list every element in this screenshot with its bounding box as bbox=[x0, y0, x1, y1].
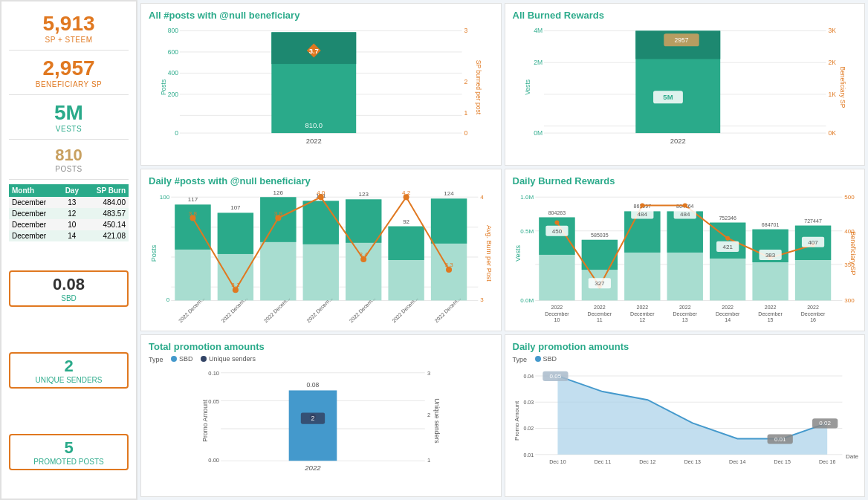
bottom-stats: 0.08 SBD 2 Unique Senders 5 Promoted pos… bbox=[9, 244, 129, 493]
svg-text:16: 16 bbox=[810, 317, 816, 322]
beneficiary-sp-block: 2,957 Beneficiary SP bbox=[9, 52, 129, 93]
svg-text:2022: 2022 bbox=[670, 137, 685, 145]
daily-null-posts-chart: Daily #posts with @null beneficiary Post… bbox=[140, 169, 502, 331]
svg-text:484: 484 bbox=[637, 211, 647, 218]
svg-text:0K: 0K bbox=[828, 129, 836, 137]
svg-text:484: 484 bbox=[680, 211, 690, 218]
svg-text:December: December bbox=[715, 311, 739, 316]
svg-text:4M: 4M bbox=[534, 27, 542, 34]
svg-text:300: 300 bbox=[844, 297, 855, 304]
unique-senders-label: Unique Senders bbox=[10, 376, 127, 384]
svg-text:Dec 13: Dec 13 bbox=[684, 459, 700, 464]
svg-text:10: 10 bbox=[554, 317, 560, 322]
col-month: Month bbox=[9, 184, 59, 197]
svg-text:400: 400 bbox=[168, 69, 178, 77]
svg-text:3.4: 3.4 bbox=[360, 251, 369, 258]
svg-text:117: 117 bbox=[188, 196, 198, 203]
svg-text:500: 500 bbox=[844, 194, 855, 201]
svg-text:2K: 2K bbox=[828, 59, 836, 66]
sp-steem-label: SP + STEEM bbox=[9, 36, 129, 44]
sp-burned-value: 3.7 bbox=[309, 47, 319, 55]
burned-rewards-title: All Burned Rewards bbox=[513, 10, 858, 21]
svg-text:2: 2 bbox=[464, 78, 467, 85]
svg-text:1.0M: 1.0M bbox=[520, 194, 534, 201]
svg-text:684701: 684701 bbox=[761, 222, 779, 227]
svg-text:327: 327 bbox=[595, 280, 605, 287]
svg-text:3.8: 3.8 bbox=[274, 210, 283, 217]
daily-null-posts-svg: Posts Avg. Burn per Post 100 0 4 3 bbox=[149, 189, 493, 321]
svg-text:Posts: Posts bbox=[150, 244, 158, 262]
beneficiary-sp-value: 2,957 bbox=[9, 56, 129, 80]
svg-text:383: 383 bbox=[765, 252, 775, 259]
sp-steem-block: 5,913 SP + STEEM bbox=[9, 7, 129, 48]
col-sp: SP Burn bbox=[84, 184, 129, 197]
svg-rect-57 bbox=[303, 201, 339, 244]
unique-senders-block: 2 Unique Senders bbox=[9, 352, 129, 389]
svg-text:3.3: 3.3 bbox=[444, 262, 453, 268]
table-row: December13484.00 bbox=[9, 197, 129, 208]
svg-text:12: 12 bbox=[639, 317, 645, 322]
promoted-posts-value: 5 bbox=[10, 438, 127, 458]
total-promo-title: Total promotion amounts bbox=[149, 341, 493, 352]
table-row: December14421.08 bbox=[9, 230, 129, 241]
left-panel: 5,913 SP + STEEM 2,957 Beneficiary SP 5M… bbox=[0, 0, 137, 500]
promoted-posts-block: 5 Promoted posts bbox=[9, 434, 129, 470]
svg-text:Vests: Vests bbox=[523, 79, 531, 95]
svg-text:14: 14 bbox=[725, 317, 731, 322]
svg-text:0.02: 0.02 bbox=[819, 420, 831, 426]
svg-text:0: 0 bbox=[166, 296, 170, 303]
svg-text:Beneficiary SP: Beneficiary SP bbox=[838, 66, 846, 108]
posts-y-label: Posts bbox=[160, 79, 167, 95]
svg-text:350: 350 bbox=[844, 262, 855, 268]
svg-text:3.1: 3.1 bbox=[231, 282, 240, 288]
svg-text:2022: 2022 bbox=[722, 305, 733, 310]
svg-text:107: 107 bbox=[230, 204, 241, 211]
svg-text:Promo Amount: Promo Amount bbox=[514, 400, 520, 441]
sbd-label: SBD bbox=[10, 294, 127, 302]
svg-rect-106 bbox=[581, 240, 617, 270]
svg-text:Date: Date bbox=[845, 453, 858, 460]
svg-text:4.0: 4.0 bbox=[317, 189, 326, 196]
sbd-value: 0.08 bbox=[10, 275, 127, 294]
svg-point-127 bbox=[725, 236, 730, 241]
table-row: December12483.57 bbox=[9, 208, 129, 219]
daily-promo-svg: Promo Amount Date 0.04 0.03 0.02 0.01 0.… bbox=[513, 365, 858, 477]
svg-text:0.01: 0.01 bbox=[774, 436, 786, 443]
svg-text:3: 3 bbox=[427, 370, 430, 377]
svg-text:0M: 0M bbox=[534, 129, 542, 137]
vests-value: 5M bbox=[9, 101, 129, 125]
svg-text:1: 1 bbox=[464, 109, 467, 117]
svg-text:3.8: 3.8 bbox=[189, 210, 198, 217]
svg-text:December: December bbox=[800, 311, 825, 316]
posts-label: Posts bbox=[9, 165, 129, 173]
total-promo-svg: Promo Amount Unique senders 0.10 0.05 0.… bbox=[149, 365, 493, 477]
svg-text:2022: 2022 bbox=[678, 305, 690, 310]
svg-rect-63 bbox=[388, 227, 424, 260]
svg-text:Dec 12: Dec 12 bbox=[639, 459, 655, 464]
svg-text:0: 0 bbox=[464, 129, 467, 137]
svg-text:2: 2 bbox=[427, 412, 430, 418]
svg-text:15: 15 bbox=[767, 317, 773, 322]
svg-text:Unique senders: Unique senders bbox=[433, 398, 441, 443]
svg-point-125 bbox=[640, 203, 644, 207]
svg-text:December: December bbox=[758, 311, 783, 316]
svg-text:0.01: 0.01 bbox=[523, 452, 534, 458]
svg-text:100: 100 bbox=[160, 194, 170, 201]
svg-text:0.05: 0.05 bbox=[208, 398, 219, 405]
svg-rect-60 bbox=[346, 199, 381, 242]
svg-text:Dec 16: Dec 16 bbox=[819, 459, 835, 464]
svg-text:2957: 2957 bbox=[674, 36, 688, 44]
svg-text:3K: 3K bbox=[828, 27, 836, 34]
unique-senders-value: 2 bbox=[10, 357, 127, 376]
daily-burned-chart: Daily Burned Rewards Vests Beneficiary S… bbox=[505, 169, 866, 331]
svg-text:December: December bbox=[673, 311, 697, 316]
svg-text:2022: 2022 bbox=[636, 305, 648, 310]
svg-text:585035: 585035 bbox=[591, 233, 609, 238]
svg-text:4: 4 bbox=[480, 194, 484, 201]
svg-text:1: 1 bbox=[427, 457, 430, 464]
svg-text:0.08: 0.08 bbox=[307, 381, 320, 389]
svg-text:407: 407 bbox=[808, 239, 818, 246]
svg-text:0.00: 0.00 bbox=[208, 457, 219, 464]
svg-text:Dec 10: Dec 10 bbox=[549, 459, 566, 464]
svg-text:0.03: 0.03 bbox=[523, 400, 534, 405]
